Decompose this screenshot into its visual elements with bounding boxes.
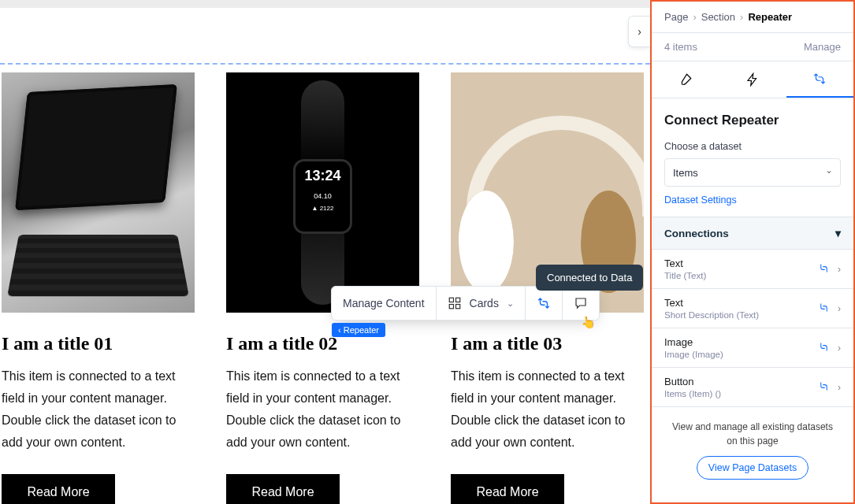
card-title[interactable]: I am a title 01 bbox=[2, 333, 195, 354]
items-count: 4 items bbox=[664, 41, 697, 53]
card-image[interactable] bbox=[2, 72, 195, 313]
view-page-datasets-button[interactable]: View Page Datasets bbox=[697, 456, 809, 480]
read-more-button[interactable]: Read More bbox=[226, 474, 340, 504]
card-title[interactable]: I am a title 03 bbox=[451, 333, 644, 354]
tooltip: Connected to Data bbox=[536, 265, 643, 291]
comments-button[interactable] bbox=[563, 287, 599, 320]
dataset-settings-link[interactable]: Dataset Settings bbox=[664, 195, 841, 206]
chat-icon bbox=[574, 296, 588, 310]
brush-icon bbox=[678, 72, 693, 87]
data-connect-icon bbox=[812, 72, 827, 86]
svg-rect-0 bbox=[449, 298, 453, 302]
layout-label: Cards bbox=[470, 297, 499, 309]
repeater-item[interactable]: I am a title 01 This item is connected t… bbox=[2, 72, 195, 504]
connections-header[interactable]: Connections ▾ bbox=[652, 217, 853, 250]
connection-row[interactable]: Image Image (Image) › bbox=[652, 328, 853, 368]
element-toolbar: Manage Content Cards ⌄ bbox=[331, 286, 600, 321]
data-connect-icon bbox=[818, 302, 830, 316]
tab-animation[interactable] bbox=[719, 61, 786, 98]
card-title[interactable]: I am a title 02 bbox=[226, 333, 419, 354]
editor-canvas: › I am a title 01 This item is connected… bbox=[0, 8, 650, 504]
connection-field: Image (Image) bbox=[664, 350, 810, 359]
chevron-right-icon: › bbox=[838, 264, 841, 275]
tab-data[interactable] bbox=[786, 61, 853, 98]
panel-footer: View and manage all existing datasets on… bbox=[652, 407, 853, 491]
panel-footer-text: View and manage all existing datasets on… bbox=[666, 420, 839, 448]
connection-row[interactable]: Button Items (Item) () › bbox=[652, 368, 853, 407]
card-body[interactable]: This item is connected to a text field i… bbox=[226, 365, 419, 454]
watch-date: 04.10 bbox=[296, 192, 350, 200]
connection-field: Title (Text) bbox=[664, 271, 810, 280]
data-connect-icon bbox=[537, 296, 551, 310]
read-more-button[interactable]: Read More bbox=[451, 474, 564, 504]
watch-face: 13:24 04.10 ▲ 2122 bbox=[293, 159, 352, 234]
manage-items-link[interactable]: Manage bbox=[804, 41, 841, 53]
card-body[interactable]: This item is connected to a text field i… bbox=[451, 365, 644, 454]
connect-data-button[interactable] bbox=[526, 287, 563, 320]
svg-rect-3 bbox=[455, 305, 459, 309]
inspector-panel: Page › Section › Repeater 4 items Manage… bbox=[650, 0, 855, 504]
data-connect-icon bbox=[818, 262, 830, 276]
lightning-icon bbox=[745, 72, 760, 87]
connection-name: Button bbox=[664, 376, 810, 387]
dataset-select[interactable]: Items bbox=[664, 158, 841, 187]
chevron-right-icon: › bbox=[838, 303, 841, 314]
breadcrumb: Page › Section › Repeater bbox=[652, 2, 853, 32]
svg-rect-2 bbox=[449, 305, 453, 309]
card-image[interactable]: 13:24 04.10 ▲ 2122 bbox=[226, 72, 419, 313]
connection-name: Text bbox=[664, 297, 810, 309]
choose-dataset-label: Choose a dataset bbox=[664, 141, 841, 152]
crumb-repeater[interactable]: Repeater bbox=[748, 11, 792, 23]
grid-icon bbox=[448, 296, 462, 310]
items-meta: 4 items Manage bbox=[652, 32, 853, 61]
watch-time: 13:24 bbox=[296, 168, 350, 184]
caret-down-icon: ▾ bbox=[835, 227, 841, 239]
crumb-section[interactable]: Section bbox=[701, 11, 735, 23]
panel-tabs bbox=[652, 61, 853, 98]
manage-content-button[interactable]: Manage Content bbox=[332, 287, 437, 320]
layout-picker[interactable]: Cards ⌄ bbox=[437, 287, 526, 320]
data-connect-icon bbox=[818, 380, 830, 395]
watch-steps: ▲ 2122 bbox=[296, 205, 350, 212]
element-tag[interactable]: ‹ Repeater bbox=[332, 323, 385, 337]
panel-title: Connect Repeater bbox=[664, 113, 841, 128]
chevron-down-icon: ⌄ bbox=[507, 298, 514, 309]
crumb-page[interactable]: Page bbox=[664, 11, 688, 23]
tab-design[interactable] bbox=[652, 61, 719, 98]
connection-field: Short Description (Text) bbox=[664, 310, 810, 320]
svg-rect-1 bbox=[455, 298, 459, 302]
chevron-right-icon: › bbox=[838, 382, 841, 393]
connection-row[interactable]: Text Short Description (Text) › bbox=[652, 289, 853, 328]
panel-collapse-toggle[interactable]: › bbox=[628, 16, 650, 47]
connections-label: Connections bbox=[664, 228, 729, 239]
connection-name: Text bbox=[664, 258, 810, 269]
selection-guide bbox=[0, 63, 650, 65]
chevron-right-icon: › bbox=[838, 343, 841, 354]
connection-row[interactable]: Text Title (Text) › bbox=[652, 250, 853, 289]
crumb-sep: › bbox=[693, 11, 696, 23]
read-more-button[interactable]: Read More bbox=[2, 474, 115, 504]
connection-field: Items (Item) () bbox=[664, 389, 810, 398]
crumb-sep: › bbox=[740, 11, 743, 23]
manage-content-label: Manage Content bbox=[343, 297, 425, 309]
card-body[interactable]: This item is connected to a text field i… bbox=[2, 365, 195, 454]
connection-name: Image bbox=[664, 336, 810, 348]
data-connect-icon bbox=[818, 341, 830, 355]
